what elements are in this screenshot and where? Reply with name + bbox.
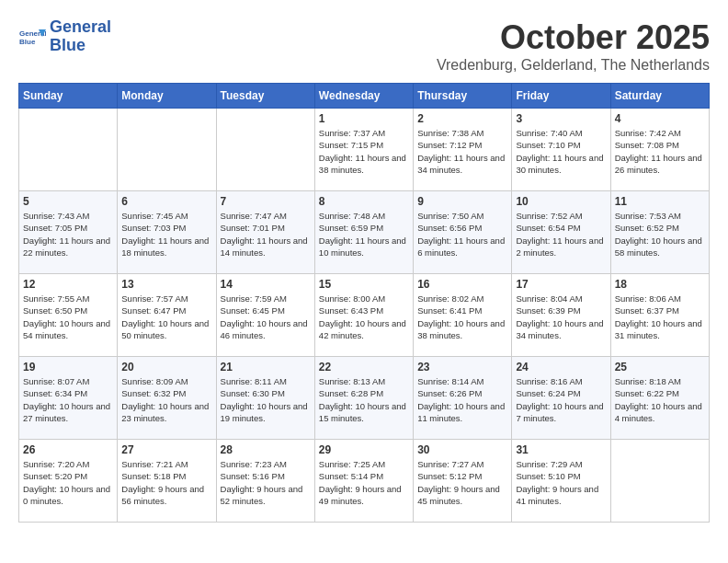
calendar-cell: 2Sunrise: 7:38 AM Sunset: 7:12 PM Daylig… bbox=[414, 109, 512, 191]
calendar-cell bbox=[118, 109, 216, 191]
day-number: 5 bbox=[23, 195, 113, 208]
day-number: 31 bbox=[516, 443, 606, 456]
calendar-cell bbox=[19, 109, 118, 191]
day-number: 12 bbox=[23, 278, 113, 291]
cell-daylight-info: Sunrise: 8:16 AM Sunset: 6:24 PM Dayligh… bbox=[516, 375, 606, 424]
day-number: 4 bbox=[615, 112, 705, 125]
cell-daylight-info: Sunrise: 8:13 AM Sunset: 6:28 PM Dayligh… bbox=[319, 375, 409, 424]
svg-text:Blue: Blue bbox=[19, 38, 36, 46]
day-number: 22 bbox=[319, 361, 409, 373]
calendar-cell: 9Sunrise: 7:50 AM Sunset: 6:56 PM Daylig… bbox=[414, 191, 512, 274]
calendar-cell: 11Sunrise: 7:53 AM Sunset: 6:52 PM Dayli… bbox=[610, 191, 709, 274]
cell-daylight-info: Sunrise: 7:21 AM Sunset: 5:18 PM Dayligh… bbox=[121, 458, 211, 507]
cell-daylight-info: Sunrise: 8:00 AM Sunset: 6:43 PM Dayligh… bbox=[319, 293, 409, 341]
logo-text: GeneralBlue bbox=[50, 18, 111, 55]
day-number: 6 bbox=[121, 195, 211, 208]
calendar-cell: 8Sunrise: 7:48 AM Sunset: 6:59 PM Daylig… bbox=[314, 191, 413, 274]
day-number: 13 bbox=[121, 278, 211, 291]
cell-daylight-info: Sunrise: 8:14 AM Sunset: 6:26 PM Dayligh… bbox=[417, 375, 507, 424]
calendar-cell: 6Sunrise: 7:45 AM Sunset: 7:03 PM Daylig… bbox=[118, 191, 216, 274]
title-area: October 2025 Vredenburg, Gelderland, The… bbox=[437, 18, 710, 74]
day-number: 14 bbox=[221, 278, 311, 291]
calendar-cell: 15Sunrise: 8:00 AM Sunset: 6:43 PM Dayli… bbox=[314, 274, 413, 357]
calendar-cell: 31Sunrise: 7:29 AM Sunset: 5:10 PM Dayli… bbox=[512, 440, 610, 523]
calendar-cell: 19Sunrise: 8:07 AM Sunset: 6:34 PM Dayli… bbox=[19, 357, 118, 440]
cell-daylight-info: Sunrise: 8:02 AM Sunset: 6:41 PM Dayligh… bbox=[417, 293, 507, 341]
calendar-table: SundayMondayTuesdayWednesdayThursdayFrid… bbox=[18, 83, 710, 523]
location-subtitle: Vredenburg, Gelderland, The Netherlands bbox=[437, 57, 710, 74]
calendar-cell bbox=[216, 109, 314, 191]
calendar-week-row: 26Sunrise: 7:20 AM Sunset: 5:20 PM Dayli… bbox=[19, 440, 710, 523]
day-number: 10 bbox=[516, 195, 606, 208]
cell-daylight-info: Sunrise: 7:25 AM Sunset: 5:14 PM Dayligh… bbox=[319, 458, 409, 507]
calendar-cell: 25Sunrise: 8:18 AM Sunset: 6:22 PM Dayli… bbox=[610, 357, 709, 440]
calendar-cell bbox=[610, 440, 709, 523]
calendar-cell: 24Sunrise: 8:16 AM Sunset: 6:24 PM Dayli… bbox=[512, 357, 610, 440]
logo: General Blue GeneralBlue bbox=[18, 18, 111, 55]
cell-daylight-info: Sunrise: 8:04 AM Sunset: 6:39 PM Dayligh… bbox=[516, 293, 606, 341]
day-number: 1 bbox=[319, 112, 409, 125]
cell-daylight-info: Sunrise: 7:50 AM Sunset: 6:56 PM Dayligh… bbox=[417, 210, 507, 259]
day-number: 23 bbox=[417, 361, 507, 373]
cell-daylight-info: Sunrise: 8:11 AM Sunset: 6:30 PM Dayligh… bbox=[221, 375, 311, 424]
cell-daylight-info: Sunrise: 7:55 AM Sunset: 6:50 PM Dayligh… bbox=[23, 293, 113, 341]
cell-daylight-info: Sunrise: 8:18 AM Sunset: 6:22 PM Dayligh… bbox=[615, 375, 705, 424]
cell-daylight-info: Sunrise: 8:06 AM Sunset: 6:37 PM Dayligh… bbox=[615, 293, 705, 341]
calendar-cell: 17Sunrise: 8:04 AM Sunset: 6:39 PM Dayli… bbox=[512, 274, 610, 357]
calendar-cell: 10Sunrise: 7:52 AM Sunset: 6:54 PM Dayli… bbox=[512, 191, 610, 274]
cell-daylight-info: Sunrise: 7:59 AM Sunset: 6:45 PM Dayligh… bbox=[221, 293, 311, 341]
day-number: 15 bbox=[319, 278, 409, 291]
calendar-cell: 26Sunrise: 7:20 AM Sunset: 5:20 PM Dayli… bbox=[19, 440, 118, 523]
calendar-cell: 22Sunrise: 8:13 AM Sunset: 6:28 PM Dayli… bbox=[314, 357, 413, 440]
weekday-header: Monday bbox=[118, 84, 216, 109]
calendar-cell: 28Sunrise: 7:23 AM Sunset: 5:16 PM Dayli… bbox=[216, 440, 314, 523]
day-number: 20 bbox=[121, 361, 211, 373]
day-number: 28 bbox=[221, 443, 311, 456]
cell-daylight-info: Sunrise: 7:57 AM Sunset: 6:47 PM Dayligh… bbox=[121, 293, 211, 341]
cell-daylight-info: Sunrise: 7:23 AM Sunset: 5:16 PM Dayligh… bbox=[221, 458, 311, 507]
month-title: October 2025 bbox=[437, 18, 710, 57]
day-number: 24 bbox=[516, 361, 606, 373]
day-number: 7 bbox=[221, 195, 311, 208]
day-number: 3 bbox=[516, 112, 606, 125]
day-number: 21 bbox=[221, 361, 311, 373]
calendar-cell: 12Sunrise: 7:55 AM Sunset: 6:50 PM Dayli… bbox=[19, 274, 118, 357]
calendar-week-row: 12Sunrise: 7:55 AM Sunset: 6:50 PM Dayli… bbox=[19, 274, 710, 357]
calendar-cell: 16Sunrise: 8:02 AM Sunset: 6:41 PM Dayli… bbox=[414, 274, 512, 357]
calendar-cell: 23Sunrise: 8:14 AM Sunset: 6:26 PM Dayli… bbox=[414, 357, 512, 440]
cell-daylight-info: Sunrise: 7:42 AM Sunset: 7:08 PM Dayligh… bbox=[615, 127, 705, 176]
weekday-header: Tuesday bbox=[216, 84, 314, 109]
cell-daylight-info: Sunrise: 7:52 AM Sunset: 6:54 PM Dayligh… bbox=[516, 210, 606, 259]
calendar-cell: 4Sunrise: 7:42 AM Sunset: 7:08 PM Daylig… bbox=[610, 109, 709, 191]
cell-daylight-info: Sunrise: 7:38 AM Sunset: 7:12 PM Dayligh… bbox=[417, 127, 507, 176]
cell-daylight-info: Sunrise: 7:40 AM Sunset: 7:10 PM Dayligh… bbox=[516, 127, 606, 176]
logo-icon: General Blue bbox=[18, 26, 46, 48]
day-number: 18 bbox=[615, 278, 705, 291]
calendar-cell: 29Sunrise: 7:25 AM Sunset: 5:14 PM Dayli… bbox=[314, 440, 413, 523]
calendar-cell: 18Sunrise: 8:06 AM Sunset: 6:37 PM Dayli… bbox=[610, 274, 709, 357]
day-number: 29 bbox=[319, 443, 409, 456]
day-number: 9 bbox=[417, 195, 507, 208]
day-number: 11 bbox=[615, 195, 705, 208]
cell-daylight-info: Sunrise: 7:47 AM Sunset: 7:01 PM Dayligh… bbox=[221, 210, 311, 259]
calendar-cell: 14Sunrise: 7:59 AM Sunset: 6:45 PM Dayli… bbox=[216, 274, 314, 357]
calendar-cell: 21Sunrise: 8:11 AM Sunset: 6:30 PM Dayli… bbox=[216, 357, 314, 440]
calendar-cell: 5Sunrise: 7:43 AM Sunset: 7:05 PM Daylig… bbox=[19, 191, 118, 274]
calendar-header-row: SundayMondayTuesdayWednesdayThursdayFrid… bbox=[19, 84, 710, 109]
day-number: 27 bbox=[121, 443, 211, 456]
day-number: 26 bbox=[23, 443, 113, 456]
day-number: 19 bbox=[23, 361, 113, 373]
cell-daylight-info: Sunrise: 8:09 AM Sunset: 6:32 PM Dayligh… bbox=[121, 375, 211, 424]
weekday-header: Saturday bbox=[610, 84, 709, 109]
calendar-cell: 20Sunrise: 8:09 AM Sunset: 6:32 PM Dayli… bbox=[118, 357, 216, 440]
cell-daylight-info: Sunrise: 7:53 AM Sunset: 6:52 PM Dayligh… bbox=[615, 210, 705, 259]
calendar-cell: 3Sunrise: 7:40 AM Sunset: 7:10 PM Daylig… bbox=[512, 109, 610, 191]
cell-daylight-info: Sunrise: 7:43 AM Sunset: 7:05 PM Dayligh… bbox=[23, 210, 113, 259]
calendar-cell: 30Sunrise: 7:27 AM Sunset: 5:12 PM Dayli… bbox=[414, 440, 512, 523]
weekday-header: Thursday bbox=[414, 84, 512, 109]
calendar-cell: 13Sunrise: 7:57 AM Sunset: 6:47 PM Dayli… bbox=[118, 274, 216, 357]
cell-daylight-info: Sunrise: 8:07 AM Sunset: 6:34 PM Dayligh… bbox=[23, 375, 113, 424]
cell-daylight-info: Sunrise: 7:29 AM Sunset: 5:10 PM Dayligh… bbox=[516, 458, 606, 507]
day-number: 16 bbox=[417, 278, 507, 291]
calendar-cell: 27Sunrise: 7:21 AM Sunset: 5:18 PM Dayli… bbox=[118, 440, 216, 523]
